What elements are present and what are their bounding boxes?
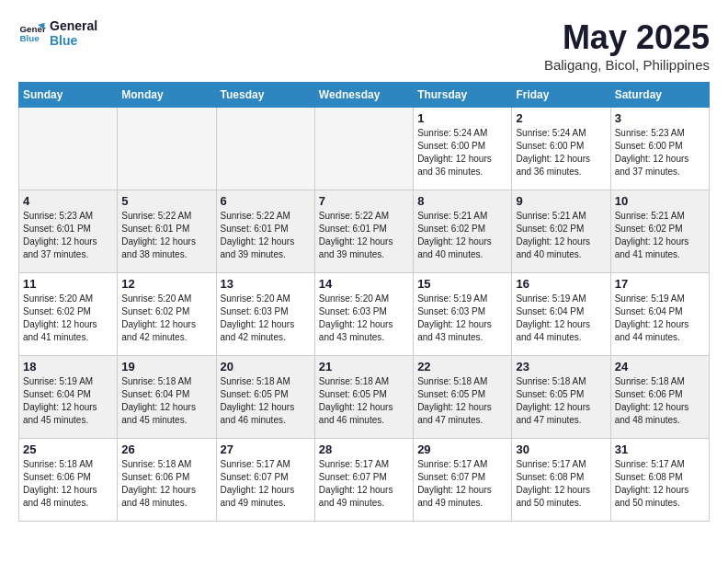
day-number: 19 (121, 360, 211, 373)
day-info: Sunrise: 5:19 AM Sunset: 6:04 PM Dayligh… (615, 293, 705, 344)
day-cell: 23Sunrise: 5:18 AM Sunset: 6:05 PM Dayli… (512, 356, 610, 439)
day-cell: 22Sunrise: 5:18 AM Sunset: 6:05 PM Dayli… (414, 356, 512, 439)
week-row-1: 1Sunrise: 5:24 AM Sunset: 6:00 PM Daylig… (19, 108, 710, 190)
day-number: 1 (417, 111, 507, 125)
day-cell: 30Sunrise: 5:17 AM Sunset: 6:08 PM Dayli… (512, 439, 610, 522)
day-cell: 26Sunrise: 5:18 AM Sunset: 6:06 PM Dayli… (118, 439, 216, 522)
day-cell: 19Sunrise: 5:18 AM Sunset: 6:04 PM Dayli… (118, 356, 216, 439)
week-row-4: 18Sunrise: 5:19 AM Sunset: 6:04 PM Dayli… (19, 356, 710, 439)
day-info: Sunrise: 5:18 AM Sunset: 6:05 PM Dayligh… (221, 375, 311, 427)
day-number: 26 (121, 442, 211, 456)
day-cell (216, 108, 314, 190)
day-cell: 7Sunrise: 5:22 AM Sunset: 6:01 PM Daylig… (314, 190, 413, 273)
day-cell: 24Sunrise: 5:18 AM Sunset: 6:06 PM Dayli… (610, 356, 709, 439)
day-cell: 25Sunrise: 5:18 AM Sunset: 6:06 PM Dayli… (19, 439, 118, 522)
day-cell (118, 108, 216, 190)
logo-line2: Blue (50, 33, 97, 48)
day-number: 30 (516, 442, 606, 456)
day-number: 10 (615, 194, 705, 208)
day-info: Sunrise: 5:17 AM Sunset: 6:08 PM Dayligh… (516, 458, 606, 510)
day-info: Sunrise: 5:18 AM Sunset: 6:06 PM Dayligh… (615, 375, 705, 427)
day-number: 21 (319, 360, 409, 373)
day-cell: 15Sunrise: 5:19 AM Sunset: 6:03 PM Dayli… (414, 273, 512, 356)
day-info: Sunrise: 5:21 AM Sunset: 6:02 PM Dayligh… (417, 210, 507, 261)
day-cell: 11Sunrise: 5:20 AM Sunset: 6:02 PM Dayli… (19, 273, 118, 356)
day-number: 4 (23, 194, 113, 208)
week-row-3: 11Sunrise: 5:20 AM Sunset: 6:02 PM Dayli… (19, 273, 710, 356)
day-cell: 31Sunrise: 5:17 AM Sunset: 6:08 PM Dayli… (610, 439, 709, 522)
day-info: Sunrise: 5:20 AM Sunset: 6:02 PM Dayligh… (121, 293, 211, 344)
day-info: Sunrise: 5:18 AM Sunset: 6:05 PM Dayligh… (516, 375, 606, 427)
day-number: 31 (615, 442, 705, 456)
day-info: Sunrise: 5:22 AM Sunset: 6:01 PM Dayligh… (319, 210, 409, 261)
day-number: 3 (615, 111, 705, 125)
day-cell: 14Sunrise: 5:20 AM Sunset: 6:03 PM Dayli… (314, 273, 413, 356)
day-info: Sunrise: 5:19 AM Sunset: 6:04 PM Dayligh… (23, 375, 113, 427)
day-cell: 4Sunrise: 5:23 AM Sunset: 6:01 PM Daylig… (19, 190, 118, 273)
day-cell: 1Sunrise: 5:24 AM Sunset: 6:00 PM Daylig… (414, 108, 512, 190)
location-subtitle: Baligang, Bicol, Philippines (544, 57, 710, 73)
day-number: 7 (319, 194, 409, 208)
day-cell (314, 108, 413, 190)
day-number: 18 (23, 360, 113, 373)
col-header-tuesday: Tuesday (216, 83, 314, 108)
col-header-friday: Friday (512, 83, 610, 108)
day-cell: 10Sunrise: 5:21 AM Sunset: 6:02 PM Dayli… (610, 190, 709, 273)
day-cell: 8Sunrise: 5:21 AM Sunset: 6:02 PM Daylig… (414, 190, 512, 273)
day-number: 5 (121, 194, 211, 208)
day-number: 28 (319, 442, 409, 456)
day-info: Sunrise: 5:19 AM Sunset: 6:04 PM Dayligh… (516, 293, 606, 344)
day-cell: 29Sunrise: 5:17 AM Sunset: 6:07 PM Dayli… (414, 439, 512, 522)
day-number: 23 (516, 360, 606, 373)
day-cell: 16Sunrise: 5:19 AM Sunset: 6:04 PM Dayli… (512, 273, 610, 356)
day-info: Sunrise: 5:18 AM Sunset: 6:06 PM Dayligh… (23, 458, 113, 510)
day-number: 8 (417, 194, 507, 208)
day-number: 12 (121, 277, 211, 291)
day-info: Sunrise: 5:17 AM Sunset: 6:07 PM Dayligh… (417, 458, 507, 510)
day-info: Sunrise: 5:17 AM Sunset: 6:08 PM Dayligh… (615, 458, 705, 510)
day-info: Sunrise: 5:24 AM Sunset: 6:00 PM Dayligh… (417, 127, 507, 178)
day-info: Sunrise: 5:18 AM Sunset: 6:06 PM Dayligh… (121, 458, 211, 510)
day-info: Sunrise: 5:18 AM Sunset: 6:05 PM Dayligh… (319, 375, 409, 427)
day-cell: 28Sunrise: 5:17 AM Sunset: 6:07 PM Dayli… (314, 439, 413, 522)
day-number: 13 (221, 277, 311, 291)
day-number: 16 (516, 277, 606, 291)
day-number: 6 (221, 194, 311, 208)
month-title: May 2025 (544, 18, 710, 57)
day-info: Sunrise: 5:23 AM Sunset: 6:00 PM Dayligh… (615, 127, 705, 178)
day-info: Sunrise: 5:24 AM Sunset: 6:00 PM Dayligh… (516, 127, 606, 178)
day-info: Sunrise: 5:17 AM Sunset: 6:07 PM Dayligh… (319, 458, 409, 510)
day-cell: 2Sunrise: 5:24 AM Sunset: 6:00 PM Daylig… (512, 108, 610, 190)
day-cell: 12Sunrise: 5:20 AM Sunset: 6:02 PM Dayli… (118, 273, 216, 356)
calendar-table: SundayMondayTuesdayWednesdayThursdayFrid… (18, 82, 710, 522)
page-header: General Blue General Blue May 2025 Balig… (18, 18, 710, 73)
day-cell: 17Sunrise: 5:19 AM Sunset: 6:04 PM Dayli… (610, 273, 709, 356)
day-cell: 27Sunrise: 5:17 AM Sunset: 6:07 PM Dayli… (216, 439, 314, 522)
header-row: SundayMondayTuesdayWednesdayThursdayFrid… (19, 83, 710, 108)
logo-line1: General (50, 18, 97, 33)
day-info: Sunrise: 5:21 AM Sunset: 6:02 PM Dayligh… (615, 210, 705, 261)
day-cell: 18Sunrise: 5:19 AM Sunset: 6:04 PM Dayli… (19, 356, 118, 439)
col-header-saturday: Saturday (610, 83, 709, 108)
svg-text:Blue: Blue (20, 33, 40, 43)
day-number: 15 (417, 277, 507, 291)
day-number: 17 (615, 277, 705, 291)
day-number: 24 (615, 360, 705, 373)
col-header-monday: Monday (118, 83, 216, 108)
day-number: 20 (221, 360, 311, 373)
col-header-thursday: Thursday (414, 83, 512, 108)
day-number: 9 (516, 194, 606, 208)
day-info: Sunrise: 5:21 AM Sunset: 6:02 PM Dayligh… (516, 210, 606, 261)
day-number: 22 (417, 360, 507, 373)
day-info: Sunrise: 5:17 AM Sunset: 6:07 PM Dayligh… (221, 458, 311, 510)
day-cell: 3Sunrise: 5:23 AM Sunset: 6:00 PM Daylig… (610, 108, 709, 190)
day-cell (19, 108, 118, 190)
day-number: 25 (23, 442, 113, 456)
day-info: Sunrise: 5:22 AM Sunset: 6:01 PM Dayligh… (121, 210, 211, 261)
day-number: 29 (417, 442, 507, 456)
day-cell: 5Sunrise: 5:22 AM Sunset: 6:01 PM Daylig… (118, 190, 216, 273)
day-cell: 20Sunrise: 5:18 AM Sunset: 6:05 PM Dayli… (216, 356, 314, 439)
logo: General Blue General Blue (18, 18, 97, 48)
day-cell: 21Sunrise: 5:18 AM Sunset: 6:05 PM Dayli… (314, 356, 413, 439)
day-number: 2 (516, 111, 606, 125)
